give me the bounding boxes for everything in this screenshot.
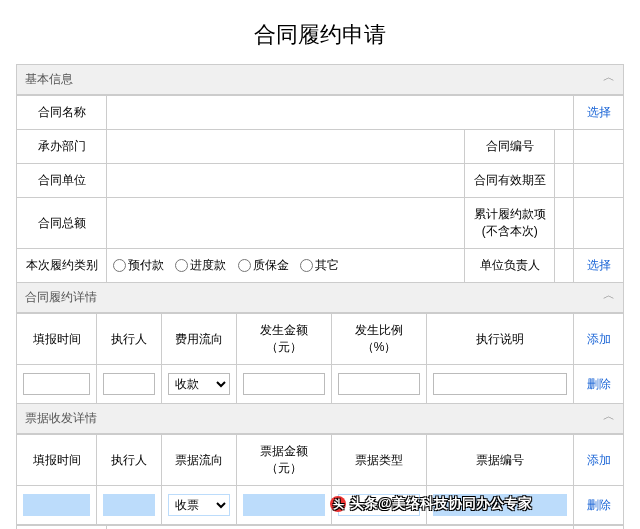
label-contract-name: 合同名称 [17, 96, 107, 130]
radio-progress[interactable]: 进度款 [175, 258, 226, 272]
watermark: 头头条@美络科技协同办公专家 [330, 495, 532, 513]
value-valid-until [555, 164, 574, 198]
detail-row: 收款 删除 [17, 365, 624, 404]
chevron-up-icon: ︿ [603, 408, 615, 425]
empty-cell [574, 164, 624, 198]
detail-flow-select[interactable]: 收款 [168, 373, 230, 395]
invoice-del-link[interactable]: 删除 [587, 498, 611, 512]
value-manager [555, 249, 574, 283]
label-contract-unit: 合同单位 [17, 164, 107, 198]
invoice-amount-input[interactable] [243, 494, 325, 516]
page-title: 合同履约申请 [16, 8, 624, 64]
detail-table: 填报时间 执行人 费用流向 发生金额（元） 发生比例（%） 执行说明 添加 收款… [16, 313, 624, 404]
section-invoice-label: 票据收发详情 [25, 411, 97, 425]
section-detail-label: 合同履约详情 [25, 290, 97, 304]
chevron-up-icon: ︿ [603, 287, 615, 304]
invoice-table: 填报时间 执行人 票据流向 票据金额（元） 票据类型 票据编号 添加 收票 删除 [16, 434, 624, 525]
detail-h1: 填报时间 [17, 314, 97, 365]
category-radios: 预付款 进度款 质保金 其它 [107, 249, 465, 283]
empty-cell [574, 130, 624, 164]
detail-time-input[interactable] [23, 373, 90, 395]
value-total-amount [107, 198, 465, 249]
invoice-h3: 票据流向 [162, 435, 237, 486]
label-total-amount: 合同总额 [17, 198, 107, 249]
detail-note-input[interactable] [433, 373, 567, 395]
notes-table: 履约说明 选择 备注 [16, 525, 624, 529]
section-invoice[interactable]: 票据收发详情 ︿ [16, 404, 624, 434]
section-detail[interactable]: 合同履约详情 ︿ [16, 283, 624, 313]
invoice-h1: 填报时间 [17, 435, 97, 486]
basic-table: 合同名称 选择 承办部门 合同编号 合同单位 合同有效期至 合同总额 累计履约款… [16, 95, 624, 283]
empty-cell [574, 198, 624, 249]
invoice-h4: 票据金额（元） [237, 435, 332, 486]
label-manager: 单位负责人 [465, 249, 555, 283]
label-accumulated: 累计履约款项 (不含本次) [465, 198, 555, 249]
detail-amount-input[interactable] [243, 373, 325, 395]
invoice-h6: 票据编号 [427, 435, 574, 486]
detail-h3: 费用流向 [162, 314, 237, 365]
invoice-h2: 执行人 [97, 435, 162, 486]
detail-ratio-input[interactable] [338, 373, 420, 395]
invoice-row: 收票 删除 [17, 486, 624, 525]
radio-other[interactable]: 其它 [300, 258, 339, 272]
detail-executor-input[interactable] [103, 373, 155, 395]
label-department: 承办部门 [17, 130, 107, 164]
invoice-add-link[interactable]: 添加 [587, 453, 611, 467]
detail-h6: 执行说明 [427, 314, 574, 365]
detail-add-link[interactable]: 添加 [587, 332, 611, 346]
value-contract-no [555, 130, 574, 164]
select-manager-link[interactable]: 选择 [587, 258, 611, 272]
section-basic[interactable]: 基本信息 ︿ [16, 64, 624, 95]
invoice-flow-select[interactable]: 收票 [168, 494, 230, 516]
invoice-h5: 票据类型 [332, 435, 427, 486]
chevron-up-icon: ︿ [603, 69, 615, 86]
value-contract-name [107, 96, 574, 130]
detail-h4: 发生金额（元） [237, 314, 332, 365]
detail-del-link[interactable]: 删除 [587, 377, 611, 391]
invoice-time-input[interactable] [23, 494, 90, 516]
label-perf-note: 履约说明 [17, 526, 107, 530]
radio-prepay[interactable]: 预付款 [113, 258, 164, 272]
detail-h5: 发生比例（%） [332, 314, 427, 365]
label-valid-until: 合同有效期至 [465, 164, 555, 198]
value-accumulated [555, 198, 574, 249]
detail-h2: 执行人 [97, 314, 162, 365]
value-perf-note [107, 526, 574, 530]
value-department [107, 130, 465, 164]
label-contract-no: 合同编号 [465, 130, 555, 164]
invoice-executor-input[interactable] [103, 494, 155, 516]
radio-retention[interactable]: 质保金 [238, 258, 289, 272]
select-contract-link[interactable]: 选择 [587, 105, 611, 119]
section-basic-label: 基本信息 [25, 72, 73, 86]
value-contract-unit [107, 164, 465, 198]
label-category: 本次履约类别 [17, 249, 107, 283]
